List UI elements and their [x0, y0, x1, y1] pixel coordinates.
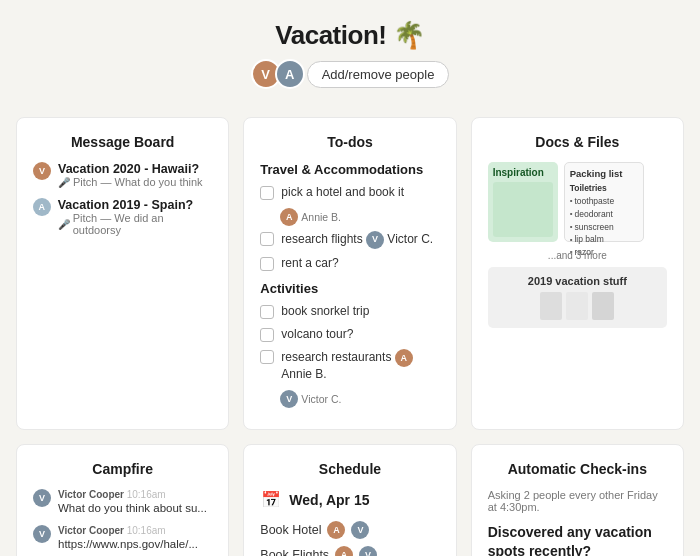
avatar: V: [33, 489, 51, 507]
docs-preview: Inspiration Packing list Toiletries • to…: [488, 162, 667, 242]
avatar: V: [351, 521, 369, 539]
todo-section-activities: Activities: [260, 281, 439, 296]
avatar: V: [33, 162, 51, 180]
doc-thumbs: [496, 292, 659, 320]
doc-image-placeholder: [493, 182, 553, 237]
msg-title: Vacation 2019 - Spain?: [58, 198, 213, 212]
todo-checkbox[interactable]: [260, 186, 274, 200]
todo-section-travel: Travel & Accommodations: [260, 162, 439, 177]
avatar: V: [366, 231, 384, 249]
page-title: Vacation! 🌴: [0, 20, 700, 51]
avatar: A: [327, 521, 345, 539]
todo-checkbox[interactable]: [260, 232, 274, 246]
todos-title: To-dos: [260, 134, 439, 150]
doc-list-item: • lip balm: [570, 233, 638, 246]
doc-thumb: [540, 292, 562, 320]
todo-text: rent a car?: [281, 256, 338, 272]
list-item[interactable]: pick a hotel and book it: [260, 185, 439, 201]
msg-title: Vacation 2020 - Hawaii?: [58, 162, 203, 176]
add-remove-people-button[interactable]: Add/remove people: [307, 61, 450, 88]
list-item[interactable]: volcano tour?: [260, 327, 439, 343]
doc-list-item: • toothpaste: [570, 195, 638, 208]
list-item[interactable]: Book Flights A V: [260, 546, 439, 556]
schedule-item-text: Book Hotel: [260, 523, 321, 537]
doc-label: Inspiration: [493, 167, 553, 178]
todos-card: To-dos Travel & Accommodations pick a ho…: [243, 117, 456, 430]
message-board-title: Message Board: [33, 134, 212, 150]
schedule-title: Schedule: [260, 461, 439, 477]
assignee-name: Victor C.: [301, 393, 341, 405]
todo-text: pick a hotel and book it: [281, 185, 404, 201]
schedule-card: Schedule 📅 Wed, Apr 15 Book Hotel A V Bo…: [243, 444, 456, 556]
chat-meta: Victor Cooper 10:16am: [58, 525, 198, 536]
checkins-card: Automatic Check-ins Asking 2 people ever…: [471, 444, 684, 556]
chat-text: https://www.nps.gov/hale/...: [58, 537, 198, 552]
chat-name: Victor Cooper: [58, 489, 124, 500]
list-item[interactable]: rent a car?: [260, 256, 439, 272]
page-header: Vacation! 🌴 V A Add/remove people: [0, 0, 700, 107]
chat-meta: Victor Cooper 10:16am: [58, 489, 207, 500]
list-item[interactable]: book snorkel trip: [260, 304, 439, 320]
doc-list-item: • deodorant: [570, 208, 638, 221]
calendar-icon: 📅: [260, 489, 282, 511]
avatar: V: [280, 390, 298, 408]
schedule-date: 📅 Wed, Apr 15: [260, 489, 439, 511]
avatar-group: V A: [251, 59, 299, 89]
chat-text: What do you think about su...: [58, 501, 207, 516]
todo-checkbox[interactable]: [260, 305, 274, 319]
docs-card: Docs & Files Inspiration Packing list To…: [471, 117, 684, 430]
chat-time: 10:16am: [127, 489, 166, 500]
doc-inspiration[interactable]: Inspiration: [488, 162, 558, 242]
message-board-card: Message Board V Vacation 2020 - Hawaii? …: [16, 117, 229, 430]
bullet-icon: •: [570, 234, 573, 246]
checkins-question: Discovered any vacation spots recently?: [488, 523, 667, 556]
bullet-icon: •: [570, 221, 573, 233]
docs-more-link[interactable]: ...and 3 more: [488, 250, 667, 261]
pitch-icon: 🎤: [58, 219, 70, 230]
todo-checkbox[interactable]: [260, 328, 274, 342]
list-item[interactable]: V Victor Cooper 10:16am What do you thin…: [33, 489, 212, 516]
todo-checkbox[interactable]: [260, 257, 274, 271]
campfire-card: Campfire V Victor Cooper 10:16am What do…: [16, 444, 229, 556]
list-item[interactable]: V Victor Cooper 10:16am https://www.nps.…: [33, 525, 212, 552]
activities-section: Activities book snorkel trip volcano tou…: [260, 281, 439, 408]
list-item[interactable]: research flights V Victor C.: [260, 231, 439, 249]
doc-bottom-title: 2019 vacation stuff: [496, 275, 659, 287]
msg-sub: 🎤 Pitch — What do you think: [58, 176, 203, 188]
avatar-user2: A: [275, 59, 305, 89]
bullet-icon: •: [570, 208, 573, 220]
todo-checkbox[interactable]: [260, 350, 274, 364]
schedule-item-text: Book Flights: [260, 548, 329, 556]
list-item[interactable]: research restaurants A Annie B.: [260, 349, 439, 383]
chat-time: 10:16am: [127, 525, 166, 536]
doc-packing-list[interactable]: Packing list Toiletries • toothpaste • d…: [564, 162, 644, 242]
main-grid: Message Board V Vacation 2020 - Hawaii? …: [0, 107, 700, 556]
checkins-description: Asking 2 people every other Friday at 4:…: [488, 489, 667, 513]
chat-name: Victor Cooper: [58, 525, 124, 536]
doc-list-item: • sunscreen: [570, 221, 638, 234]
list-item[interactable]: V Vacation 2020 - Hawaii? 🎤 Pitch — What…: [33, 162, 212, 188]
todo-assignee-extra: V Victor C.: [280, 390, 439, 408]
todo-text: research restaurants A Annie B.: [281, 349, 439, 383]
docs-title: Docs & Files: [488, 134, 667, 150]
assignee-name: Annie B.: [301, 211, 341, 223]
avatar: A: [33, 198, 51, 216]
todo-text: volcano tour?: [281, 327, 353, 343]
list-item[interactable]: A Vacation 2019 - Spain? 🎤 Pitch — We di…: [33, 198, 212, 236]
msg-sub-text: Pitch — We did an outdoorsy: [73, 212, 213, 236]
avatar: A: [335, 546, 353, 556]
campfire-title: Campfire: [33, 461, 212, 477]
pitch-icon: 🎤: [58, 177, 70, 188]
checkins-title: Automatic Check-ins: [488, 461, 667, 477]
msg-sub: 🎤 Pitch — We did an outdoorsy: [58, 212, 213, 236]
msg-sub-text: Pitch — What do you think: [73, 176, 203, 188]
schedule-date-text: Wed, Apr 15: [289, 492, 369, 508]
list-item[interactable]: Book Hotel A V: [260, 521, 439, 539]
doc-subtitle: Toiletries: [570, 183, 638, 193]
todo-text: research flights V Victor C.: [281, 231, 433, 249]
chat-content: Victor Cooper 10:16am What do you think …: [58, 489, 207, 516]
todo-assignee: A Annie B.: [280, 208, 439, 226]
avatar: A: [395, 349, 413, 367]
bullet-icon: •: [570, 195, 573, 207]
doc-bottom-card[interactable]: 2019 vacation stuff: [488, 267, 667, 328]
